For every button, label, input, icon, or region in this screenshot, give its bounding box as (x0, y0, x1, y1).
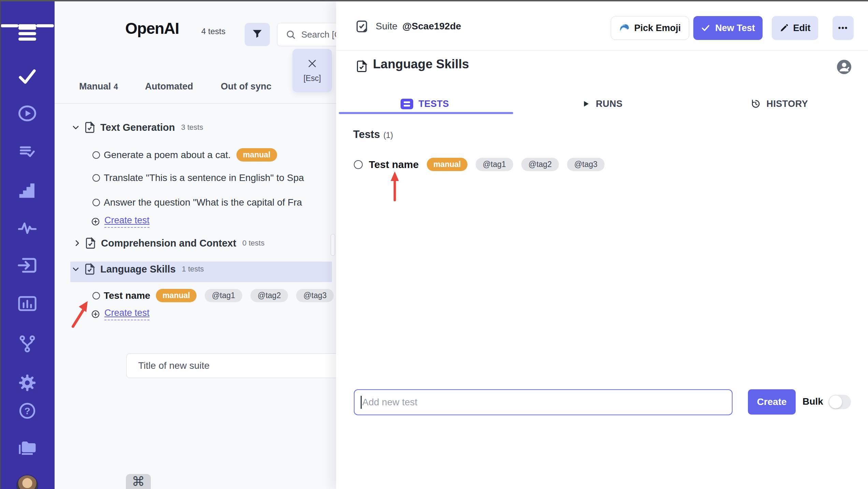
tab-tests[interactable]: TESTS (336, 93, 513, 115)
new-test-button[interactable]: New Test (693, 16, 763, 40)
nav-list-check-icon[interactable] (17, 143, 37, 161)
suite-count: 1 tests (182, 265, 204, 274)
new-test-label: New Test (715, 23, 755, 33)
tab-history-label: HISTORY (766, 99, 808, 109)
suite-panel-tabs: TESTS RUNS HISTORY (336, 93, 868, 115)
filter-button[interactable] (245, 23, 270, 46)
bulk-label: Bulk (802, 396, 823, 407)
create-button[interactable]: Create (748, 389, 796, 415)
nav-git-branch-icon[interactable] (18, 335, 37, 353)
create-test-row[interactable]: Create test (91, 215, 149, 228)
nav-folder-icon[interactable] (17, 438, 38, 457)
edit-button[interactable]: Edit (772, 16, 818, 40)
suite-count: 0 tests (242, 239, 264, 248)
window-edge (0, 0, 868, 1)
tests-section-heading: Tests(1) (353, 128, 393, 141)
suite-row-language-skills[interactable]: Language Skills 1 tests (72, 263, 204, 276)
test-status-circle[interactable] (92, 174, 100, 182)
doc-check-icon (355, 59, 368, 74)
nav-bar-chart-icon[interactable] (17, 295, 37, 312)
tab-runs[interactable]: RUNS (513, 93, 691, 115)
nav-stairs-icon[interactable] (18, 180, 37, 199)
app-title: OpenAI (125, 19, 179, 38)
create-test-link[interactable]: Create test (104, 215, 149, 228)
user-check-avatar-icon[interactable] (836, 59, 852, 76)
chevron-right-icon[interactable] (73, 239, 81, 247)
tag-pill: @tag2 (521, 158, 559, 171)
test-row[interactable]: Generate a poem about a cat. manual (92, 148, 277, 162)
manual-badge: manual (236, 148, 277, 162)
app-window: OpenAI 4 tests Manual4 Automated Out of … (0, 0, 868, 489)
close-panel-button[interactable]: [Esc] (292, 49, 332, 92)
esc-shortcut-label: [Esc] (303, 74, 321, 83)
tag-pill: @tag3 (567, 158, 605, 171)
chevron-down-icon[interactable] (72, 123, 80, 131)
check-icon (701, 23, 710, 33)
nav-tests-check-icon[interactable] (17, 66, 37, 86)
tab-manual[interactable]: Manual4 (79, 81, 118, 92)
nav-pulse-icon[interactable] (18, 220, 37, 235)
tag-pill: @tag1 (205, 289, 242, 302)
user-profile-avatar[interactable] (16, 475, 38, 489)
suite-label: Comprehension and Context (101, 238, 236, 249)
toggle-knob (829, 395, 842, 408)
test-row[interactable]: Answer the question "What is the capital… (92, 197, 302, 208)
tag-pill: @tag2 (250, 289, 288, 302)
close-icon[interactable] (307, 58, 318, 69)
create-test-row[interactable]: Create test (91, 308, 149, 320)
add-test-input[interactable] (362, 397, 726, 408)
pick-emoji-button[interactable]: Pick Emoji (611, 16, 689, 40)
test-row[interactable]: Test name manual @tag1 @tag2 @tag3 (92, 289, 334, 302)
suite-row-comprehension[interactable]: Comprehension and Context 0 tests (73, 237, 264, 250)
suite-label: Language Skills (100, 264, 176, 275)
test-label: Generate a poem about a cat. (104, 150, 231, 160)
bulk-toggle[interactable] (828, 395, 851, 409)
ellipsis-icon: ••• (838, 24, 848, 32)
window-edge (0, 0, 1, 489)
tab-history[interactable]: HISTORY (691, 93, 868, 115)
manual-badge: manual (427, 158, 467, 171)
pick-emoji-label: Pick Emoji (634, 23, 681, 33)
nav-runs-play-circle-icon[interactable] (17, 104, 38, 123)
edit-label: Edit (793, 23, 811, 33)
clipboard-check-icon (355, 19, 368, 33)
chevron-down-icon[interactable] (72, 265, 80, 273)
add-test-field (354, 389, 733, 415)
more-options-button[interactable]: ••• (833, 16, 854, 40)
suite-detail-panel: Suite @Scae192de Pick Emoji New Test (336, 1, 868, 489)
manual-badge: manual (156, 289, 197, 302)
text-caret (361, 396, 362, 409)
test-status-circle[interactable] (92, 292, 100, 299)
suite-title: Language Skills (373, 57, 469, 71)
cmd-glyph: ⌘ (132, 474, 145, 489)
nav-help-icon[interactable]: ? (18, 402, 37, 420)
plus-circle-icon (91, 217, 100, 226)
nav-settings-gear-icon[interactable] (17, 373, 37, 393)
test-name: Test name (369, 159, 419, 170)
suite-handle: @Scae192de (402, 21, 461, 31)
doc-check-icon (84, 237, 97, 250)
test-status-circle[interactable] (92, 199, 100, 206)
test-label: Translate "This is a sentence in English… (104, 172, 304, 183)
tab-automated[interactable]: Automated (145, 81, 193, 92)
suite-panel-header: Suite @Scae192de Pick Emoji New Test (336, 1, 868, 51)
tab-tests-label: TESTS (419, 99, 449, 109)
doc-check-icon (84, 121, 96, 134)
test-row[interactable]: Translate "This is a sentence in English… (92, 172, 304, 183)
suite-label: Text Generation (100, 122, 175, 133)
funnel-icon (251, 28, 263, 41)
test-status-circle[interactable] (92, 151, 100, 159)
hamburger-icon[interactable] (1, 22, 54, 30)
cmd-key-hint: ⌘ (126, 474, 151, 489)
total-tests-count: 4 tests (201, 27, 226, 36)
tab-runs-label: RUNS (596, 99, 623, 109)
tree-scrollbar[interactable] (331, 234, 335, 256)
suite-row-text-generation[interactable]: Text Generation 3 tests (72, 121, 203, 134)
tab-out-of-sync[interactable]: Out of sync (221, 81, 272, 92)
plus-circle-icon (91, 309, 100, 319)
pencil-icon (780, 24, 789, 32)
test-status-circle[interactable] (354, 160, 363, 169)
test-row[interactable]: Test name manual @tag1 @tag2 @tag3 (354, 158, 605, 171)
create-test-link[interactable]: Create test (104, 308, 149, 320)
nav-import-icon[interactable] (17, 257, 38, 274)
